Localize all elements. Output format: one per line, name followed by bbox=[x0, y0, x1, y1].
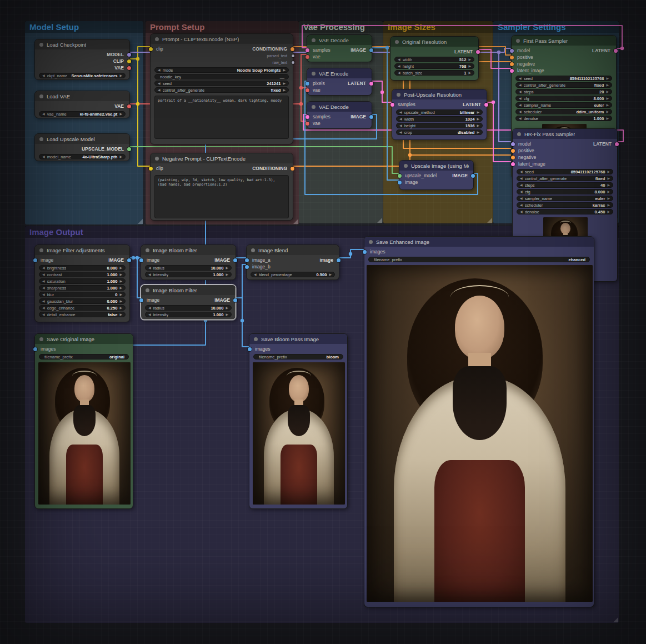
node-vae-decode-2[interactable]: VAE DecodesamplesvaeIMAGE bbox=[307, 101, 372, 129]
collapse-dot[interactable] bbox=[39, 94, 43, 98]
input-port-negative[interactable]: negative bbox=[512, 61, 535, 67]
port-dot-latent[interactable] bbox=[306, 115, 309, 119]
node-image-filter-adjustments[interactable]: Image Filter AdjustmentsimageIMAGE◀brigh… bbox=[34, 244, 130, 322]
widget-decrement-arrow[interactable]: ◀ bbox=[520, 189, 523, 194]
port-dot-latent[interactable] bbox=[390, 103, 394, 107]
widget-increment-arrow[interactable]: ▶ bbox=[607, 202, 610, 208]
widget-mode[interactable]: ◀modeNoodle Soup Prompts▶ bbox=[154, 67, 289, 73]
widget-decrement-arrow[interactable]: ◀ bbox=[254, 272, 257, 277]
output-port-UPSCALE_MODEL[interactable]: UPSCALE_MODEL bbox=[82, 146, 129, 152]
widget-increment-arrow[interactable]: ▶ bbox=[607, 169, 610, 174]
widget-increment-arrow[interactable]: ▶ bbox=[607, 176, 610, 181]
widget-increment-arrow[interactable]: ▶ bbox=[283, 87, 286, 93]
collapse-dot[interactable] bbox=[397, 93, 400, 97]
widget-decrement-arrow[interactable]: ◀ bbox=[42, 285, 45, 291]
widget-increment-arrow[interactable]: ▶ bbox=[119, 298, 122, 304]
widget-height[interactable]: ◀height1536▶ bbox=[396, 123, 483, 128]
widget-blur[interactable]: ◀blur0▶ bbox=[39, 292, 126, 297]
widget-increment-arrow[interactable]: ▶ bbox=[119, 111, 122, 117]
input-port-samples[interactable]: samples bbox=[392, 101, 415, 108]
collapse-dot[interactable] bbox=[39, 137, 43, 141]
collapse-dot[interactable] bbox=[39, 43, 43, 47]
port-dot-image[interactable] bbox=[369, 48, 373, 52]
node-header[interactable]: VAE Encode bbox=[307, 68, 372, 78]
widget-filename_prefix[interactable]: filename_prefixehanced bbox=[368, 257, 590, 262]
widget-decrement-arrow[interactable]: ◀ bbox=[42, 272, 45, 277]
reroute-dot[interactable] bbox=[385, 46, 389, 49]
widget-denoise[interactable]: ◀denoise0.450▶ bbox=[517, 209, 613, 214]
input-port-images[interactable]: images bbox=[35, 346, 56, 352]
workflow-canvas[interactable]: Model SetupPrompt SetupVae ProcessingIma… bbox=[0, 0, 646, 644]
reroute-dot[interactable] bbox=[380, 91, 384, 94]
widget-decrement-arrow[interactable]: ◀ bbox=[399, 129, 402, 135]
widget-noodle_key[interactable]: noodle_key__ bbox=[154, 74, 289, 79]
widget-control_after_generate[interactable]: ◀control_after_generatefixed▶ bbox=[517, 176, 613, 181]
widget-decrement-arrow[interactable]: ◀ bbox=[519, 96, 522, 101]
widget-increment-arrow[interactable]: ▶ bbox=[606, 109, 609, 114]
widget-increment-arrow[interactable]: ▶ bbox=[119, 272, 122, 277]
output-port-parsed_text[interactable]: parsed_text bbox=[267, 52, 293, 59]
port-dot-clip[interactable] bbox=[149, 47, 153, 51]
output-port-IMAGE[interactable]: IMAGE bbox=[452, 172, 473, 179]
widget-width[interactable]: ◀width512▶ bbox=[394, 57, 474, 62]
output-port-IMAGE[interactable]: IMAGE bbox=[350, 113, 372, 120]
port-dot-vae[interactable] bbox=[306, 55, 309, 59]
node-original-resolution[interactable]: Original ResolutionLATENT◀width512▶◀heig… bbox=[390, 36, 479, 81]
widget-decrement-arrow[interactable]: ◀ bbox=[148, 312, 151, 317]
widget-increment-arrow[interactable]: ▶ bbox=[226, 305, 228, 311]
widget-decrement-arrow[interactable]: ◀ bbox=[398, 70, 400, 76]
widget-denoise[interactable]: ◀denoise1.000▶ bbox=[515, 116, 612, 121]
node-load-upscale-model[interactable]: Load Upscale ModelUPSCALE_MODEL◀model_na… bbox=[34, 133, 130, 161]
widget-increment-arrow[interactable]: ▶ bbox=[119, 285, 122, 291]
widget-increment-arrow[interactable]: ▶ bbox=[468, 70, 471, 76]
port-dot-latent[interactable] bbox=[511, 162, 515, 166]
widget-decrement-arrow[interactable]: ◀ bbox=[148, 305, 151, 311]
port-dot-upscale_model[interactable] bbox=[127, 147, 131, 151]
node-header[interactable]: VAE Decode bbox=[307, 35, 372, 45]
widget-ckpt_name[interactable]: ◀ckpt_nameSenzusMix.safetensors▶ bbox=[39, 73, 126, 78]
output-port-IMAGE[interactable]: IMAGE bbox=[350, 47, 372, 53]
output-port-LATENT[interactable]: LATENT bbox=[454, 48, 478, 55]
node-header[interactable]: Post-Upscale Resolution bbox=[392, 89, 487, 99]
widget-control_after_generate[interactable]: ◀control_after_generatefixed▶ bbox=[515, 82, 612, 88]
port-dot-image[interactable] bbox=[127, 258, 131, 262]
port-dot-upscale_model[interactable] bbox=[398, 174, 402, 178]
port-dot-latent[interactable] bbox=[306, 48, 309, 52]
widget-increment-arrow[interactable]: ▶ bbox=[607, 209, 610, 214]
output-port-image[interactable]: image bbox=[319, 257, 339, 263]
node-header[interactable]: Prompt - CLIPTextEncode (NSP) bbox=[151, 34, 293, 44]
input-port-clip[interactable]: clip bbox=[151, 46, 163, 52]
reroute-dot[interactable] bbox=[136, 57, 139, 61]
output-port-LATENT[interactable]: LATENT bbox=[463, 101, 487, 108]
port-dot-image[interactable] bbox=[306, 82, 309, 86]
widget-increment-arrow[interactable]: ▶ bbox=[283, 81, 286, 86]
widget-contrast[interactable]: ◀contrast1.000▶ bbox=[39, 272, 126, 277]
node-vae-decode-1[interactable]: VAE DecodesamplesvaeIMAGE bbox=[307, 34, 372, 62]
input-port-clip[interactable]: clip bbox=[151, 165, 163, 172]
widget-batch_size[interactable]: ◀batch_size1▶ bbox=[394, 70, 474, 76]
widget-scheduler[interactable]: ◀schedulerddim_uniform▶ bbox=[515, 109, 612, 114]
widget-detail_enhance[interactable]: ◀detail_enhancefalse▶ bbox=[39, 312, 126, 317]
widget-decrement-arrow[interactable]: ◀ bbox=[520, 202, 523, 208]
collapse-dot[interactable] bbox=[254, 337, 258, 341]
port-dot-image[interactable] bbox=[233, 258, 237, 262]
port-dot-image[interactable] bbox=[33, 258, 37, 262]
port-dot-latent[interactable] bbox=[484, 103, 488, 107]
reroute-dot[interactable] bbox=[497, 51, 500, 54]
widget-decrement-arrow[interactable]: ◀ bbox=[520, 196, 523, 201]
node-header[interactable]: Save Enhanced Image bbox=[364, 237, 594, 247]
port-dot-vae[interactable] bbox=[127, 66, 131, 70]
port-dot-image[interactable] bbox=[245, 258, 249, 262]
widget-blend_percentage[interactable]: ◀blend_percentage0.500▶ bbox=[251, 272, 335, 277]
widget-decrement-arrow[interactable]: ◀ bbox=[519, 102, 522, 108]
input-port-negative[interactable]: negative bbox=[513, 154, 536, 161]
widget-edge_enhance[interactable]: ◀edge_enhance0.250▶ bbox=[39, 305, 126, 311]
port-dot-text[interactable] bbox=[292, 54, 294, 57]
widget-decrement-arrow[interactable]: ◀ bbox=[42, 298, 45, 304]
widget-vae_name[interactable]: ◀vae_namekl-f8-anime2.vae.pt▶ bbox=[39, 111, 126, 117]
widget-increment-arrow[interactable]: ▶ bbox=[607, 196, 610, 201]
widget-cfg[interactable]: ◀cfg8.000▶ bbox=[515, 96, 612, 101]
collapse-dot[interactable] bbox=[312, 38, 316, 42]
reroute-dot[interactable] bbox=[132, 256, 135, 259]
node-header[interactable]: Image Filter Adjustments bbox=[35, 245, 129, 255]
